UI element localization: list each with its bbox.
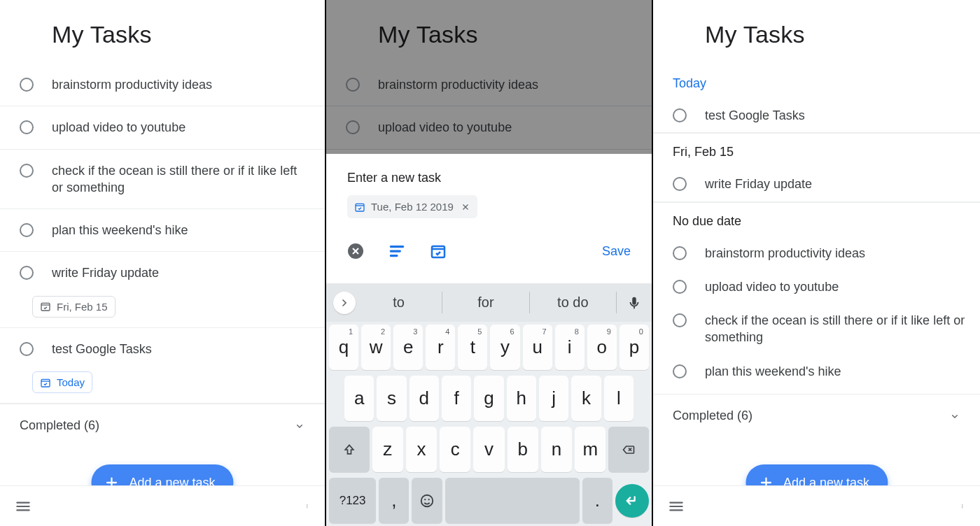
key-j[interactable]: j bbox=[539, 376, 568, 421]
save-button[interactable]: Save bbox=[602, 244, 631, 259]
date-chip[interactable]: Tue, Feb 12 2019 bbox=[347, 195, 477, 218]
key-p[interactable]: 0p bbox=[620, 325, 649, 370]
svg-point-12 bbox=[962, 504, 962, 505]
task-checkbox bbox=[346, 120, 360, 134]
key-g[interactable]: g bbox=[474, 376, 503, 421]
backspace-key[interactable] bbox=[608, 427, 649, 472]
task-checkbox[interactable] bbox=[673, 364, 687, 378]
expand-suggestions-button[interactable] bbox=[333, 292, 356, 314]
key-v[interactable]: v bbox=[473, 427, 504, 472]
task-row[interactable]: write Friday update bbox=[653, 167, 980, 201]
key-k[interactable]: k bbox=[571, 376, 601, 421]
close-icon[interactable] bbox=[461, 202, 470, 212]
emoji-key[interactable] bbox=[412, 478, 442, 523]
task-checkbox[interactable] bbox=[20, 266, 34, 280]
task-row[interactable]: plan this weekend's hike bbox=[653, 355, 980, 388]
task-checkbox[interactable] bbox=[673, 177, 687, 191]
task-date-chip[interactable]: Fri, Feb 15 bbox=[32, 296, 115, 318]
task-checkbox[interactable] bbox=[673, 280, 687, 294]
task-row: upload video to youtube bbox=[326, 106, 652, 149]
task-row[interactable]: plan this weekend's hike bbox=[0, 209, 325, 252]
svg-rect-1 bbox=[41, 379, 50, 387]
task-row[interactable]: brainstorm productivity ideas bbox=[0, 64, 325, 106]
key-x[interactable]: x bbox=[406, 427, 437, 472]
calendar-check-icon[interactable] bbox=[430, 243, 447, 260]
task-row[interactable]: write Friday update bbox=[0, 252, 325, 288]
task-row[interactable]: upload video to youtube bbox=[0, 106, 325, 149]
svg-point-11 bbox=[428, 499, 430, 500]
key-o[interactable]: 9o bbox=[587, 325, 617, 370]
date-chip-text: Tue, Feb 12 2019 bbox=[371, 201, 454, 213]
key-e[interactable]: 3e bbox=[393, 325, 423, 370]
enter-key[interactable] bbox=[615, 484, 649, 518]
task-row[interactable]: brainstorm productivity ideas bbox=[653, 236, 980, 270]
task-row[interactable]: upload video to youtube bbox=[653, 270, 980, 304]
task-checkbox bbox=[346, 78, 360, 92]
task-date-chip[interactable]: Today bbox=[32, 371, 92, 393]
task-date-text: Fri, Feb 15 bbox=[57, 301, 108, 313]
key-l[interactable]: l bbox=[604, 376, 634, 421]
key-n[interactable]: n bbox=[541, 427, 572, 472]
shift-key[interactable] bbox=[329, 427, 370, 472]
completed-section-toggle[interactable]: Completed (6) bbox=[653, 394, 980, 437]
key-s[interactable]: s bbox=[377, 376, 406, 421]
task-checkbox[interactable] bbox=[20, 223, 34, 237]
key-w[interactable]: 2w bbox=[361, 325, 391, 370]
task-checkbox[interactable] bbox=[673, 313, 687, 327]
task-row[interactable]: test Google Tasks bbox=[653, 99, 980, 133]
key-u[interactable]: 7u bbox=[523, 325, 552, 370]
symbols-key[interactable]: ?123 bbox=[329, 478, 376, 523]
space-key[interactable] bbox=[445, 478, 580, 523]
add-details-button[interactable] bbox=[347, 243, 364, 260]
suggestion-3[interactable]: to do bbox=[530, 292, 617, 313]
key-h[interactable]: h bbox=[507, 376, 536, 421]
mic-icon[interactable] bbox=[626, 295, 642, 311]
suggestion-2[interactable]: for bbox=[442, 292, 529, 313]
section-header-nodate: No due date bbox=[653, 203, 980, 236]
new-task-input[interactable]: Enter a new task bbox=[347, 171, 631, 185]
page-title: My Tasks bbox=[0, 0, 325, 64]
key-c[interactable]: c bbox=[440, 427, 470, 472]
screen-grouped-list: My Tasks Todaytest Google TasksFri, Feb … bbox=[653, 0, 980, 526]
task-row[interactable]: check if the ocean is still there or if … bbox=[653, 304, 980, 355]
menu-icon[interactable] bbox=[14, 497, 32, 516]
task-row: brainstorm productivity ideas bbox=[326, 64, 652, 106]
key-q[interactable]: 1q bbox=[329, 325, 358, 370]
key-b[interactable]: b bbox=[507, 427, 538, 472]
more-vertical-icon[interactable] bbox=[962, 499, 966, 514]
more-vertical-icon[interactable] bbox=[307, 499, 311, 514]
key-i[interactable]: 8i bbox=[555, 325, 584, 370]
key-z[interactable]: z bbox=[372, 427, 403, 472]
menu-icon[interactable] bbox=[667, 497, 685, 516]
comma-key[interactable]: , bbox=[379, 478, 409, 523]
task-text: brainstorm productivity ideas bbox=[52, 76, 212, 93]
screen-flat-list: My Tasks brainstorm productivity ideasup… bbox=[0, 0, 326, 526]
chevron-down-icon bbox=[949, 411, 960, 422]
key-f[interactable]: f bbox=[442, 376, 471, 421]
task-row[interactable]: check if the ocean is still there or if … bbox=[0, 150, 325, 210]
key-d[interactable]: d bbox=[410, 376, 439, 421]
period-key[interactable]: . bbox=[582, 478, 612, 523]
task-checkbox[interactable] bbox=[673, 246, 687, 260]
calendar-icon bbox=[40, 377, 51, 388]
task-checkbox[interactable] bbox=[673, 108, 687, 122]
section-header-today: Today bbox=[653, 64, 980, 99]
task-row[interactable]: test Google Tasks bbox=[0, 328, 325, 364]
key-y[interactable]: 6y bbox=[490, 325, 519, 370]
task-checkbox[interactable] bbox=[20, 342, 34, 356]
task-checkbox[interactable] bbox=[20, 78, 34, 92]
task-date-text: Today bbox=[57, 376, 85, 388]
notes-icon[interactable] bbox=[388, 242, 406, 260]
svg-point-10 bbox=[424, 499, 426, 500]
completed-section-toggle[interactable]: Completed (6) bbox=[0, 404, 325, 447]
suggestion-1[interactable]: to bbox=[356, 292, 442, 313]
key-m[interactable]: m bbox=[575, 427, 606, 472]
key-t[interactable]: 5t bbox=[458, 325, 487, 370]
task-checkbox[interactable] bbox=[20, 120, 34, 134]
task-checkbox[interactable] bbox=[20, 164, 34, 178]
svg-rect-5 bbox=[356, 204, 364, 211]
key-r[interactable]: 4r bbox=[426, 325, 455, 370]
task-text: plan this weekend's hike bbox=[705, 363, 841, 380]
key-a[interactable]: a bbox=[344, 376, 374, 421]
svg-point-4 bbox=[307, 507, 307, 508]
